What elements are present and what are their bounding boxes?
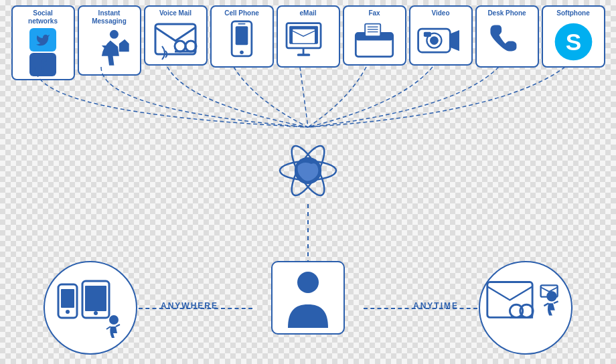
person-icon (281, 268, 335, 328)
twitter-icon (29, 28, 56, 52)
svg-rect-8 (238, 23, 245, 25)
facebook-icon (29, 53, 56, 76)
svg-point-22 (372, 44, 376, 49)
deskphone-icon (485, 20, 529, 64)
channel-fax: Fax (343, 5, 406, 66)
svg-point-29 (430, 36, 439, 45)
social-icons (29, 28, 56, 76)
middle-section: ANYWHERE ANYTIME (0, 74, 616, 361)
svg-rect-6 (236, 26, 248, 45)
email-icon (283, 20, 333, 64)
central-globe (278, 141, 338, 201)
channel-desk-phone: Desk Phone (475, 5, 539, 68)
svg-point-41 (66, 310, 70, 314)
channel-voice-mail: Voice Mail (144, 5, 208, 66)
vertical-connection-line (307, 204, 309, 264)
svg-point-24 (364, 50, 368, 55)
svg-rect-14 (297, 54, 310, 56)
svg-point-0 (110, 30, 119, 39)
svg-text:S: S (565, 29, 581, 55)
anytime-icon (484, 268, 568, 348)
dashed-line-left (139, 308, 252, 309)
voicemail-icon (152, 21, 199, 61)
cell-phone-icon-area (214, 20, 270, 64)
svg-point-23 (380, 44, 384, 49)
svg-point-26 (380, 50, 384, 55)
svg-point-25 (372, 50, 376, 55)
fax-icon-area (347, 20, 402, 62)
svg-rect-43 (85, 286, 106, 311)
channel-video-label: Video (431, 9, 449, 17)
svg-point-44 (94, 311, 98, 315)
globe-icon (278, 141, 338, 201)
channel-social-networks-label: Socialnetworks (28, 9, 58, 25)
channel-instant-messaging-label: InstantMessaging (92, 9, 127, 25)
softphone-icon-area: S (546, 20, 601, 64)
email-icon-area (281, 20, 336, 64)
channels-row: Socialnetworks Insta (7, 0, 609, 80)
voice-mail-icon-area (148, 20, 204, 62)
channel-social-networks: Socialnetworks (11, 5, 75, 80)
softphone-icon: S (552, 20, 595, 64)
svg-rect-30 (423, 31, 431, 36)
desk-phone-icon-area (479, 20, 535, 64)
svg-point-7 (240, 51, 244, 55)
svg-rect-40 (61, 289, 74, 308)
channel-desk-phone-label: Desk Phone (487, 9, 526, 17)
anywhere-circle (44, 261, 137, 355)
main-container: Socialnetworks Insta (0, 0, 616, 364)
svg-point-38 (297, 272, 319, 293)
svg-point-2 (175, 41, 185, 52)
svg-rect-17 (365, 24, 380, 36)
channel-softphone-label: Softphone (556, 9, 589, 17)
channel-softphone: Softphone S (542, 5, 605, 68)
svg-point-21 (364, 44, 368, 49)
channel-voice-mail-label: Voice Mail (159, 9, 191, 17)
video-icon-area (413, 20, 469, 62)
messaging-icon (89, 28, 129, 72)
svg-point-45 (109, 315, 119, 325)
channel-instant-messaging: InstantMessaging (78, 5, 141, 76)
channel-cell-phone: Cell Phone (210, 5, 274, 68)
channel-cell-phone-label: Cell Phone (224, 9, 259, 17)
channel-email: eMail (277, 5, 340, 68)
anytime-circle (479, 261, 572, 355)
fax-icon (351, 21, 398, 61)
central-person-box (271, 261, 345, 335)
dashed-line-right (364, 308, 477, 309)
channel-fax-label: Fax (368, 9, 380, 17)
instant-messaging-icon-area (82, 28, 137, 72)
video-icon (416, 23, 466, 60)
anywhere-icon (50, 268, 131, 348)
channel-video: Video (409, 5, 473, 66)
social-networks-icon-area (15, 28, 71, 76)
channel-email-label: eMail (299, 9, 316, 17)
cellphone-icon (228, 20, 255, 64)
